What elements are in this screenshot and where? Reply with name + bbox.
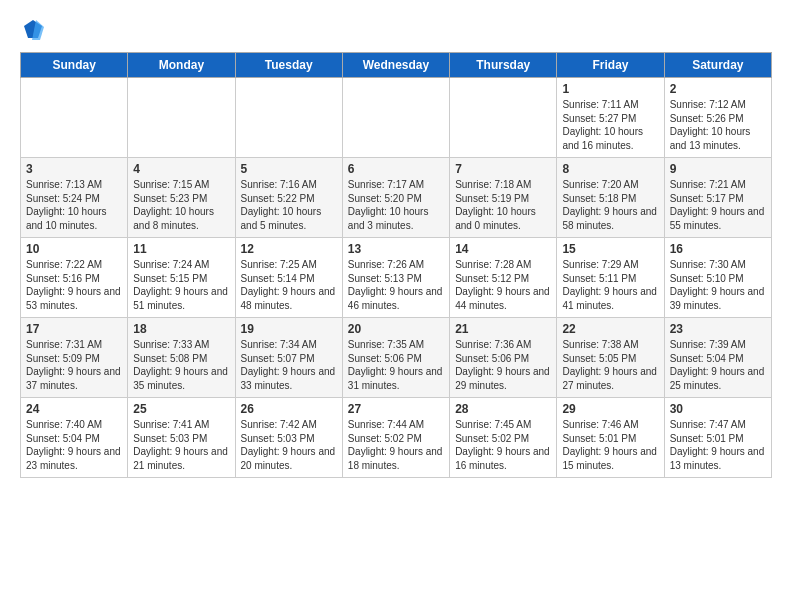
day-number: 8 — [562, 162, 658, 176]
calendar-cell — [342, 78, 449, 158]
day-number: 9 — [670, 162, 766, 176]
calendar-cell — [450, 78, 557, 158]
calendar-cell: 18Sunrise: 7:33 AMSunset: 5:08 PMDayligh… — [128, 318, 235, 398]
day-info: Sunrise: 7:16 AMSunset: 5:22 PMDaylight:… — [241, 178, 337, 232]
calendar-header-monday: Monday — [128, 53, 235, 78]
day-number: 27 — [348, 402, 444, 416]
calendar-header-thursday: Thursday — [450, 53, 557, 78]
day-number: 10 — [26, 242, 122, 256]
calendar-cell: 11Sunrise: 7:24 AMSunset: 5:15 PMDayligh… — [128, 238, 235, 318]
day-number: 3 — [26, 162, 122, 176]
day-number: 21 — [455, 322, 551, 336]
calendar-header-friday: Friday — [557, 53, 664, 78]
calendar-cell: 27Sunrise: 7:44 AMSunset: 5:02 PMDayligh… — [342, 398, 449, 478]
calendar-cell: 8Sunrise: 7:20 AMSunset: 5:18 PMDaylight… — [557, 158, 664, 238]
calendar-cell: 4Sunrise: 7:15 AMSunset: 5:23 PMDaylight… — [128, 158, 235, 238]
calendar-cell: 3Sunrise: 7:13 AMSunset: 5:24 PMDaylight… — [21, 158, 128, 238]
day-number: 24 — [26, 402, 122, 416]
day-info: Sunrise: 7:47 AMSunset: 5:01 PMDaylight:… — [670, 418, 766, 472]
day-info: Sunrise: 7:34 AMSunset: 5:07 PMDaylight:… — [241, 338, 337, 392]
calendar-cell: 13Sunrise: 7:26 AMSunset: 5:13 PMDayligh… — [342, 238, 449, 318]
day-info: Sunrise: 7:15 AMSunset: 5:23 PMDaylight:… — [133, 178, 229, 232]
day-info: Sunrise: 7:41 AMSunset: 5:03 PMDaylight:… — [133, 418, 229, 472]
calendar-cell: 12Sunrise: 7:25 AMSunset: 5:14 PMDayligh… — [235, 238, 342, 318]
day-info: Sunrise: 7:29 AMSunset: 5:11 PMDaylight:… — [562, 258, 658, 312]
calendar-cell — [21, 78, 128, 158]
calendar-cell: 1Sunrise: 7:11 AMSunset: 5:27 PMDaylight… — [557, 78, 664, 158]
calendar-cell: 29Sunrise: 7:46 AMSunset: 5:01 PMDayligh… — [557, 398, 664, 478]
logo-icon — [22, 18, 44, 40]
day-info: Sunrise: 7:31 AMSunset: 5:09 PMDaylight:… — [26, 338, 122, 392]
day-number: 19 — [241, 322, 337, 336]
day-info: Sunrise: 7:17 AMSunset: 5:20 PMDaylight:… — [348, 178, 444, 232]
day-number: 1 — [562, 82, 658, 96]
day-number: 5 — [241, 162, 337, 176]
day-number: 25 — [133, 402, 229, 416]
day-info: Sunrise: 7:12 AMSunset: 5:26 PMDaylight:… — [670, 98, 766, 152]
calendar-cell: 16Sunrise: 7:30 AMSunset: 5:10 PMDayligh… — [664, 238, 771, 318]
calendar-cell: 30Sunrise: 7:47 AMSunset: 5:01 PMDayligh… — [664, 398, 771, 478]
calendar-cell: 15Sunrise: 7:29 AMSunset: 5:11 PMDayligh… — [557, 238, 664, 318]
calendar-header-wednesday: Wednesday — [342, 53, 449, 78]
logo — [20, 18, 44, 40]
day-number: 22 — [562, 322, 658, 336]
calendar-cell — [128, 78, 235, 158]
day-info: Sunrise: 7:33 AMSunset: 5:08 PMDaylight:… — [133, 338, 229, 392]
day-number: 13 — [348, 242, 444, 256]
day-number: 28 — [455, 402, 551, 416]
day-number: 7 — [455, 162, 551, 176]
day-info: Sunrise: 7:39 AMSunset: 5:04 PMDaylight:… — [670, 338, 766, 392]
day-number: 17 — [26, 322, 122, 336]
calendar-week-5: 24Sunrise: 7:40 AMSunset: 5:04 PMDayligh… — [21, 398, 772, 478]
day-number: 23 — [670, 322, 766, 336]
calendar-cell: 28Sunrise: 7:45 AMSunset: 5:02 PMDayligh… — [450, 398, 557, 478]
day-number: 12 — [241, 242, 337, 256]
day-info: Sunrise: 7:44 AMSunset: 5:02 PMDaylight:… — [348, 418, 444, 472]
calendar-cell: 10Sunrise: 7:22 AMSunset: 5:16 PMDayligh… — [21, 238, 128, 318]
day-info: Sunrise: 7:46 AMSunset: 5:01 PMDaylight:… — [562, 418, 658, 472]
calendar-week-2: 3Sunrise: 7:13 AMSunset: 5:24 PMDaylight… — [21, 158, 772, 238]
day-number: 20 — [348, 322, 444, 336]
day-info: Sunrise: 7:25 AMSunset: 5:14 PMDaylight:… — [241, 258, 337, 312]
day-info: Sunrise: 7:18 AMSunset: 5:19 PMDaylight:… — [455, 178, 551, 232]
calendar-table: SundayMondayTuesdayWednesdayThursdayFrid… — [20, 52, 772, 478]
header — [20, 18, 772, 40]
day-info: Sunrise: 7:13 AMSunset: 5:24 PMDaylight:… — [26, 178, 122, 232]
day-info: Sunrise: 7:30 AMSunset: 5:10 PMDaylight:… — [670, 258, 766, 312]
calendar-cell: 23Sunrise: 7:39 AMSunset: 5:04 PMDayligh… — [664, 318, 771, 398]
calendar-cell: 24Sunrise: 7:40 AMSunset: 5:04 PMDayligh… — [21, 398, 128, 478]
day-number: 6 — [348, 162, 444, 176]
page: SundayMondayTuesdayWednesdayThursdayFrid… — [0, 0, 792, 488]
calendar-week-4: 17Sunrise: 7:31 AMSunset: 5:09 PMDayligh… — [21, 318, 772, 398]
day-number: 29 — [562, 402, 658, 416]
day-number: 14 — [455, 242, 551, 256]
calendar-cell: 26Sunrise: 7:42 AMSunset: 5:03 PMDayligh… — [235, 398, 342, 478]
day-info: Sunrise: 7:22 AMSunset: 5:16 PMDaylight:… — [26, 258, 122, 312]
calendar-cell: 6Sunrise: 7:17 AMSunset: 5:20 PMDaylight… — [342, 158, 449, 238]
day-info: Sunrise: 7:36 AMSunset: 5:06 PMDaylight:… — [455, 338, 551, 392]
calendar-cell: 7Sunrise: 7:18 AMSunset: 5:19 PMDaylight… — [450, 158, 557, 238]
calendar-cell: 2Sunrise: 7:12 AMSunset: 5:26 PMDaylight… — [664, 78, 771, 158]
day-number: 2 — [670, 82, 766, 96]
day-info: Sunrise: 7:40 AMSunset: 5:04 PMDaylight:… — [26, 418, 122, 472]
calendar-cell: 21Sunrise: 7:36 AMSunset: 5:06 PMDayligh… — [450, 318, 557, 398]
calendar-week-1: 1Sunrise: 7:11 AMSunset: 5:27 PMDaylight… — [21, 78, 772, 158]
calendar-cell: 9Sunrise: 7:21 AMSunset: 5:17 PMDaylight… — [664, 158, 771, 238]
day-number: 30 — [670, 402, 766, 416]
day-info: Sunrise: 7:38 AMSunset: 5:05 PMDaylight:… — [562, 338, 658, 392]
calendar-header-tuesday: Tuesday — [235, 53, 342, 78]
day-info: Sunrise: 7:20 AMSunset: 5:18 PMDaylight:… — [562, 178, 658, 232]
calendar-cell: 19Sunrise: 7:34 AMSunset: 5:07 PMDayligh… — [235, 318, 342, 398]
day-number: 15 — [562, 242, 658, 256]
calendar-cell: 17Sunrise: 7:31 AMSunset: 5:09 PMDayligh… — [21, 318, 128, 398]
day-info: Sunrise: 7:21 AMSunset: 5:17 PMDaylight:… — [670, 178, 766, 232]
calendar-header-sunday: Sunday — [21, 53, 128, 78]
calendar-cell: 20Sunrise: 7:35 AMSunset: 5:06 PMDayligh… — [342, 318, 449, 398]
calendar-cell — [235, 78, 342, 158]
day-info: Sunrise: 7:35 AMSunset: 5:06 PMDaylight:… — [348, 338, 444, 392]
day-number: 11 — [133, 242, 229, 256]
day-number: 18 — [133, 322, 229, 336]
day-info: Sunrise: 7:11 AMSunset: 5:27 PMDaylight:… — [562, 98, 658, 152]
day-info: Sunrise: 7:26 AMSunset: 5:13 PMDaylight:… — [348, 258, 444, 312]
calendar-header-saturday: Saturday — [664, 53, 771, 78]
